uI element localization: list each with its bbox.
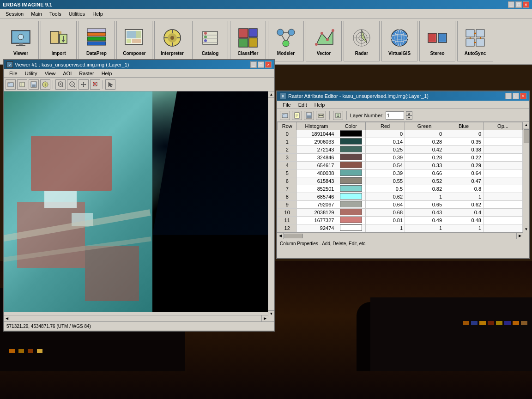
vt-inquire[interactable] (90, 79, 100, 90)
toolbar-dataprep-button[interactable]: DataPrep (79, 21, 115, 61)
menu-tools[interactable]: Tools (46, 11, 65, 17)
menu-utilities[interactable]: Utilities (65, 11, 89, 17)
cell-color[interactable] (336, 201, 366, 209)
close-button[interactable]: × (523, 1, 529, 8)
menu-help[interactable]: Help (89, 11, 107, 17)
cell-color[interactable] (336, 169, 366, 177)
rae-window: R Raster Attribute Editor - kasu_unsuper… (276, 91, 530, 259)
rae-save[interactable] (304, 111, 314, 120)
scroll-left[interactable]: ◀ (4, 315, 10, 321)
rae-scroll-down[interactable]: ▼ (523, 226, 529, 232)
svg-rect-73 (20, 82, 24, 87)
vt-info[interactable]: i (40, 79, 50, 90)
cell-color[interactable] (336, 177, 366, 185)
cell-color[interactable] (336, 224, 366, 232)
cell-color[interactable] (336, 209, 366, 217)
toolbar-import-button[interactable]: Import (41, 21, 77, 61)
main-menu-bar: Session Main Tools Utilities Help (0, 9, 532, 18)
minimize-button[interactable]: _ (508, 1, 514, 8)
maximize-button[interactable]: □ (515, 1, 522, 8)
toolbar-vector-button[interactable]: Vector (306, 21, 342, 61)
rae-new[interactable] (292, 111, 302, 120)
stereo-icon (426, 27, 448, 49)
viewer-menu-raster[interactable]: Raster (75, 70, 97, 77)
cell-color[interactable] (336, 217, 366, 224)
viewer-minimize[interactable]: _ (250, 61, 257, 68)
svg-point-46 (326, 38, 329, 41)
vt-arrow[interactable] (105, 79, 115, 90)
rae-scroll-right[interactable]: ▶ (516, 233, 523, 239)
viewer-scrollbar-v[interactable]: ▲ ▼ (268, 91, 274, 317)
toolbar-autosync-button[interactable]: AutoSync (457, 21, 493, 61)
toolbar-classifier-button[interactable]: Classifier (230, 21, 266, 61)
scroll-down[interactable]: ▼ (268, 310, 274, 317)
rae-minimize[interactable]: _ (505, 93, 512, 99)
rae-h-thumb[interactable] (284, 234, 303, 238)
vt-zoom-out[interactable] (67, 79, 77, 90)
rae-scroll-thumb[interactable] (524, 129, 529, 143)
toolbar-composer-button[interactable]: Composer (116, 21, 152, 61)
cell-color[interactable] (336, 154, 366, 162)
toolbar-stereo-button[interactable]: Stereo (419, 21, 455, 61)
cell-color[interactable] (336, 193, 366, 201)
cell-color[interactable] (336, 185, 366, 193)
rae-table-scroll[interactable]: Row Histogram Color Red Green Blue Op...… (277, 122, 529, 232)
cell-color[interactable] (336, 130, 366, 138)
spin-up[interactable]: ▲ (406, 111, 412, 115)
viewer-close[interactable]: × (265, 61, 272, 68)
toolbar-catalog-button[interactable]: Catalog (192, 21, 228, 61)
viewer-scrollbar-h[interactable]: ◀ ▶ (4, 315, 268, 321)
window-controls[interactable]: _ □ × (508, 1, 529, 8)
rae-import[interactable] (333, 111, 343, 120)
rae-scrollbar-h[interactable]: ◀ ▶ (277, 232, 523, 239)
rae-menu-edit[interactable]: Edit (295, 102, 311, 108)
viewer-menu-file[interactable]: File (6, 70, 21, 77)
rae-window-controls[interactable]: _ □ × (505, 93, 526, 99)
svg-rect-62 (466, 30, 474, 37)
rae-open[interactable] (280, 111, 290, 120)
rae-properties[interactable] (316, 111, 326, 120)
layer-number-spinner[interactable]: ▲ ▼ (406, 111, 412, 120)
toolbar-viewer-button[interactable]: Viewer (3, 21, 39, 61)
vt-zoom-in[interactable] (55, 79, 66, 90)
cell-histogram: 480038 (297, 169, 336, 177)
cell-color[interactable] (336, 138, 366, 146)
viewer-menu-view[interactable]: View (41, 70, 60, 77)
cell-histogram: 685746 (297, 193, 336, 201)
spin-down[interactable]: ▼ (406, 115, 412, 120)
rae-toolbar: Layer Number: ▲ ▼ (277, 109, 529, 122)
viewer-window-controls[interactable]: _ □ × (250, 61, 272, 68)
viewer-menu-aoi[interactable]: AOI (59, 70, 75, 77)
vt-open[interactable] (6, 79, 16, 90)
vt-pan[interactable] (79, 79, 89, 90)
svg-point-45 (320, 32, 323, 35)
cell-color[interactable] (336, 162, 366, 169)
rae-menu-file[interactable]: File (279, 102, 295, 108)
menu-session[interactable]: Session (2, 11, 27, 17)
toolbar-virtualgis-button[interactable]: VirtualGIS (381, 21, 417, 61)
vt-save[interactable] (29, 79, 39, 90)
scroll-right[interactable]: ▶ (261, 315, 268, 321)
rae-scroll-up[interactable]: ▲ (523, 122, 529, 128)
rae-maximize[interactable]: □ (513, 93, 519, 99)
cell-histogram: 792067 (297, 201, 336, 209)
menu-main[interactable]: Main (27, 11, 46, 17)
vt-open2[interactable] (17, 79, 27, 90)
toolbar-interpreter-button[interactable]: Interpreter (154, 21, 190, 61)
toolbar-radar-button[interactable]: Radar (344, 21, 380, 61)
layer-number-input[interactable] (386, 111, 404, 120)
viewer-maximize[interactable]: □ (258, 61, 264, 68)
viewer-image-area[interactable] (4, 91, 274, 312)
toolbar-modeler-button[interactable]: Modeler (268, 21, 304, 61)
rae-menu-help[interactable]: Help (311, 102, 329, 108)
viewer-menu-help[interactable]: Help (98, 70, 116, 77)
cell-color[interactable] (336, 146, 366, 154)
viewer-menu-utility[interactable]: Utility (21, 70, 41, 77)
table-row: 86857460.6211 (278, 193, 523, 201)
rae-scrollbar-v[interactable]: ▲ ▼ (523, 122, 529, 232)
svg-text:i: i (45, 83, 46, 87)
rae-scroll-left[interactable]: ◀ (277, 233, 284, 239)
rae-close[interactable]: × (520, 93, 526, 99)
interpreter-icon (161, 27, 183, 49)
scroll-up[interactable]: ▲ (268, 91, 274, 98)
